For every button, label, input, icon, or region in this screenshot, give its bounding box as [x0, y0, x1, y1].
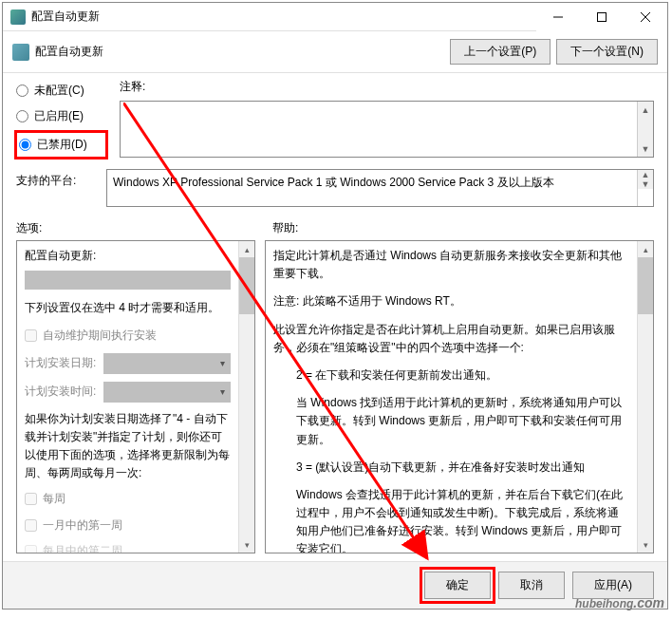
- minimize-button[interactable]: [536, 3, 580, 31]
- sched-time-label: 计划安装时间:: [25, 383, 96, 401]
- sched-time-combo[interactable]: [103, 382, 231, 403]
- scroll-up-icon[interactable]: ▲: [638, 170, 653, 179]
- chk-first-week-input[interactable]: [25, 519, 37, 532]
- app-icon: [10, 9, 26, 25]
- radio-enabled[interactable]: 已启用(E): [16, 108, 106, 124]
- radio-enabled-input[interactable]: [16, 110, 28, 122]
- radio-not-configured-label: 未配置(C): [34, 83, 84, 99]
- radio-disabled[interactable]: 已禁用(D): [19, 137, 103, 153]
- options-combo-main[interactable]: [25, 271, 231, 290]
- sched-date-label: 计划安装日期:: [25, 354, 96, 372]
- notes-textarea[interactable]: ▲ ▼: [120, 101, 654, 158]
- options-label: 选项:: [16, 220, 255, 236]
- platform-label: 支持的平台:: [16, 169, 97, 189]
- help-p3: 此设置允许你指定是否在此计算机上启用自动更新。如果已启用该服务，必须在"组策略设…: [273, 321, 629, 357]
- chk-weekly-input[interactable]: [25, 493, 37, 505]
- help-p6: 3 = (默认设置)自动下载更新，并在准备好安装时发出通知: [273, 459, 629, 477]
- options-note: 下列设置仅在选中 4 时才需要和适用。: [25, 299, 231, 317]
- ok-button[interactable]: 确定: [424, 572, 491, 599]
- scroll-down-icon[interactable]: ▾: [239, 536, 254, 553]
- watermark: hubeihong.com: [575, 589, 664, 613]
- notes-scrollbar[interactable]: ▲ ▼: [637, 102, 653, 157]
- platform-text: Windows XP Professional Service Pack 1 或…: [113, 174, 631, 202]
- scroll-down-icon[interactable]: ▾: [638, 536, 653, 553]
- radio-disabled-input[interactable]: [19, 139, 31, 151]
- prev-setting-button[interactable]: 上一个设置(P): [450, 39, 551, 65]
- help-p5: 当 Windows 找到适用于此计算机的更新时，系统将通知用户可以下载更新。转到…: [273, 394, 629, 449]
- cancel-button[interactable]: 取消: [498, 572, 565, 599]
- chk-weekly[interactable]: 每周: [25, 490, 231, 508]
- radio-not-configured[interactable]: 未配置(C): [16, 83, 106, 99]
- chk-auto-maintenance-input[interactable]: [25, 329, 37, 342]
- window-title: 配置自动更新: [31, 9, 536, 25]
- policy-icon: [12, 44, 29, 61]
- notes-label: 注释:: [120, 79, 654, 95]
- subheader: 配置自动更新 上一个设置(P) 下一个设置(N): [3, 31, 667, 73]
- scroll-down-icon[interactable]: ▼: [638, 141, 653, 157]
- options-pane: 配置自动更新: 下列设置仅在选中 4 时才需要和适用。 自动维护期间执行安装 计…: [16, 240, 255, 553]
- scroll-thumb[interactable]: [239, 257, 254, 314]
- button-bar: 确定 取消 应用(A): [3, 561, 667, 609]
- help-p1: 指定此计算机是否通过 Windows 自动更新服务来接收安全更新和其他重要下载。: [273, 247, 629, 283]
- svg-rect-1: [598, 12, 607, 21]
- help-pane: 指定此计算机是否通过 Windows 自动更新服务来接收安全更新和其他重要下载。…: [265, 240, 654, 553]
- help-label: 帮助:: [255, 220, 654, 236]
- scroll-up-icon[interactable]: ▲: [638, 102, 653, 118]
- chk-second-week[interactable]: 每月中的第二周: [25, 542, 231, 553]
- radio-enabled-label: 已启用(E): [34, 108, 84, 124]
- help-p7: Windows 会查找适用于此计算机的更新，并在后台下载它们(在此过程中，用户不…: [273, 486, 629, 553]
- help-p4: 2 = 在下载和安装任何更新前发出通知。: [273, 366, 629, 385]
- help-p2: 注意: 此策略不适用于 Windows RT。: [273, 292, 629, 310]
- platform-scrollbar[interactable]: ▲ ▼: [637, 170, 653, 206]
- scroll-up-icon[interactable]: ▴: [239, 241, 254, 257]
- policy-title: 配置自动更新: [35, 44, 450, 60]
- chk-first-week[interactable]: 一月中的第一周: [25, 516, 231, 535]
- options-scrollbar[interactable]: ▴ ▾: [238, 241, 254, 553]
- radio-not-configured-input[interactable]: [16, 84, 28, 97]
- next-setting-button[interactable]: 下一个设置(N): [556, 39, 658, 65]
- maximize-button[interactable]: [580, 3, 624, 31]
- scroll-down-icon[interactable]: ▼: [638, 179, 653, 189]
- scroll-up-icon[interactable]: ▴: [638, 241, 653, 257]
- close-button[interactable]: [624, 3, 667, 31]
- options-para: 如果你为计划安装日期选择了"4 - 自动下载并计划安装"并指定了计划，则你还可以…: [25, 410, 231, 483]
- sched-date-combo[interactable]: [103, 353, 231, 374]
- chk-auto-maintenance[interactable]: 自动维护期间执行安装: [25, 327, 231, 345]
- radio-disabled-label: 已禁用(D): [37, 137, 87, 153]
- chk-second-week-input[interactable]: [25, 545, 37, 553]
- help-scrollbar[interactable]: ▴ ▾: [637, 241, 653, 553]
- options-title: 配置自动更新:: [25, 247, 231, 265]
- platform-box: Windows XP Professional Service Pack 1 或…: [106, 169, 654, 207]
- scroll-thumb[interactable]: [638, 257, 653, 314]
- titlebar: 配置自动更新: [3, 3, 667, 31]
